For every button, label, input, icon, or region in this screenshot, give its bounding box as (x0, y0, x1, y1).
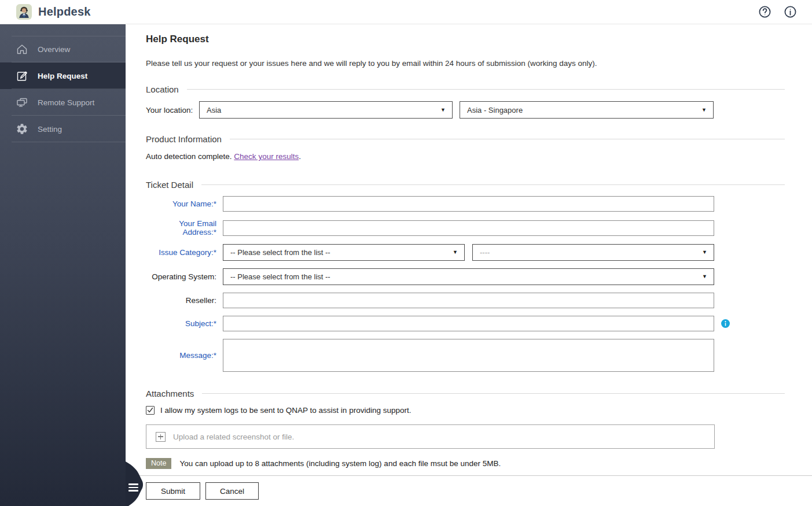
section-rule (230, 139, 785, 139)
sidebar-item-label: Help Request (38, 72, 87, 80)
issue-category-row: Issue Category:* -- Please select from t… (146, 244, 785, 261)
attachments-section-title: Attachments (146, 389, 194, 398)
dropdown-arrow-icon: ▼ (440, 108, 446, 113)
subject-input[interactable] (223, 316, 714, 331)
operating-system-select[interactable]: -- Please select from the list -- ▼ (223, 268, 714, 285)
reseller-row: Reseller: (146, 293, 785, 308)
sidebar: Overview Help Request Remote Support (0, 24, 126, 506)
attachments-section-header: Attachments (146, 389, 785, 398)
section-rule (202, 393, 785, 394)
sidebar-item-label: Remote Support (38, 98, 94, 107)
subregion-select[interactable]: Asia - Singapore ▼ (460, 101, 714, 119)
home-icon (16, 43, 28, 56)
subject-info-icon[interactable] (721, 319, 730, 328)
sidebar-item-overview[interactable]: Overview (0, 36, 126, 62)
helpdesk-logo-icon (16, 4, 32, 20)
sidebar-toggle-button[interactable] (126, 461, 145, 506)
upload-dropzone[interactable]: Upload a related screenshot or file. (146, 424, 715, 449)
cancel-button[interactable]: Cancel (205, 482, 259, 500)
topbar: Helpdesk (0, 0, 812, 24)
name-row: Your Name:* (146, 196, 785, 212)
info-icon[interactable] (784, 5, 797, 19)
reseller-label: Reseller: (146, 296, 223, 305)
help-icon[interactable] (758, 5, 771, 19)
location-row: Your location: Asia ▼ Asia - Singapore ▼ (146, 101, 785, 119)
reseller-input[interactable] (223, 293, 714, 308)
system-logs-consent-label: I allow my system logs to be sent to QNA… (160, 406, 411, 415)
operating-system-row: Operating System: -- Please select from … (146, 268, 785, 285)
your-email-input[interactable] (223, 220, 714, 236)
sidebar-item-label: Setting (38, 125, 62, 134)
sidebar-item-label: Overview (38, 45, 70, 54)
message-textarea[interactable] (223, 339, 714, 372)
your-name-input[interactable] (223, 196, 714, 212)
note-badge: Note (146, 458, 171, 469)
gear-icon (16, 123, 28, 135)
sidebar-menu: Overview Help Request Remote Support (0, 36, 126, 142)
your-email-label: Your Email Address:* (146, 219, 223, 237)
sidebar-item-remote-support[interactable]: Remote Support (0, 89, 126, 116)
region-select[interactable]: Asia ▼ (199, 101, 453, 119)
subject-label: Subject:* (146, 319, 223, 328)
dropdown-arrow-icon: ▼ (701, 108, 707, 113)
your-name-label: Your Name:* (146, 200, 223, 208)
issue-subcategory-value: ---- (480, 248, 702, 257)
auto-detection-text: Auto detection complete. (146, 152, 232, 161)
page-intro: Please tell us your request or your issu… (146, 59, 785, 68)
ticket-detail-section-header: Ticket Detail (146, 180, 785, 190)
issue-category-label: Issue Category:* (146, 248, 223, 257)
main-content: Help Request Please tell us your request… (126, 24, 812, 506)
sidebar-item-setting[interactable]: Setting (0, 116, 126, 142)
message-label: Message:* (146, 351, 223, 360)
dropdown-arrow-icon: ▼ (702, 274, 707, 279)
message-row: Message:* (146, 339, 785, 372)
location-section-title: Location (146, 84, 179, 94)
section-rule (201, 184, 785, 185)
issue-category-value: -- Please select from the list -- (230, 248, 453, 257)
plus-icon (156, 432, 166, 442)
help-request-form: Help Request Please tell us your request… (126, 24, 812, 469)
system-logs-consent-row: I allow my system logs to be sent to QNA… (146, 406, 785, 415)
section-rule (187, 89, 785, 90)
upload-placeholder: Upload a related screenshot or file. (173, 433, 294, 441)
operating-system-label: Operating System: (146, 272, 223, 281)
auto-detection-status: Auto detection complete. Check your resu… (146, 152, 785, 161)
region-select-value: Asia (207, 106, 440, 115)
product-info-section-title: Product Information (146, 134, 222, 144)
page-title: Help Request (146, 34, 785, 45)
dropdown-arrow-icon: ▼ (453, 250, 458, 255)
sidebar-item-help-request[interactable]: Help Request (0, 62, 126, 89)
subject-row: Subject:* (146, 316, 785, 331)
app-title: Helpdesk (38, 5, 91, 19)
operating-system-value: -- Please select from the list -- (230, 272, 702, 281)
status-suffix: . (299, 152, 301, 161)
email-row: Your Email Address:* (146, 219, 785, 237)
subregion-select-value: Asia - Singapore (467, 106, 701, 115)
note-text: You can upload up to 8 attachments (incl… (179, 459, 501, 468)
location-section-header: Location (146, 84, 785, 94)
note-row: Note You can upload up to 8 attachments … (146, 458, 785, 469)
submit-button[interactable]: Submit (146, 482, 200, 500)
issue-category-select[interactable]: -- Please select from the list -- ▼ (223, 244, 465, 261)
form-action-bar: Submit Cancel (126, 475, 812, 506)
system-logs-checkbox[interactable] (146, 406, 155, 415)
dropdown-arrow-icon: ▼ (702, 250, 707, 255)
issue-subcategory-select[interactable]: ---- ▼ (472, 244, 714, 261)
hamburger-menu-icon (128, 483, 138, 493)
ticket-detail-section-title: Ticket Detail (146, 180, 193, 190)
product-info-section-header: Product Information (146, 134, 785, 144)
compose-icon (16, 69, 28, 82)
dual-monitors-icon (16, 96, 28, 109)
your-location-label: Your location: (146, 106, 199, 115)
check-results-link[interactable]: Check your results (234, 152, 299, 161)
